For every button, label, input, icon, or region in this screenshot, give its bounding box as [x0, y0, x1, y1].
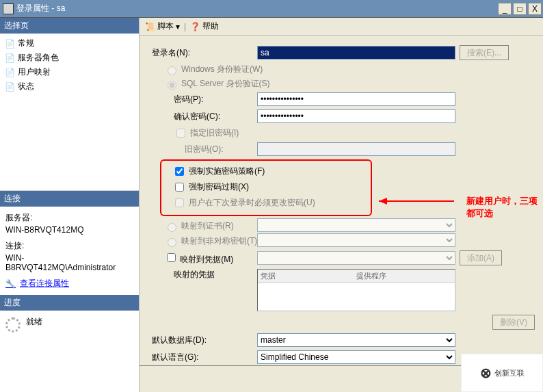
page-label: 服务器角色 — [18, 52, 59, 64]
windows-auth-radio — [168, 66, 176, 75]
page-general[interactable]: 📄 常规 — [0, 36, 139, 51]
sidebar: 选择页 📄 常规 📄 服务器角色 📄 用户映射 📄 状态 连接 服务器: WIN… — [0, 18, 140, 392]
map-cert-select — [257, 218, 455, 232]
windows-auth-label: Windows 身份验证(W) — [181, 64, 263, 75]
page-icon: 📄 — [4, 67, 15, 78]
old-password-label: 旧密码(O): — [152, 144, 254, 155]
remove-button: 删除(V) — [492, 315, 535, 330]
default-lang-select[interactable]: Simplified Chinese — [257, 350, 455, 364]
default-db-select[interactable]: master — [257, 333, 455, 347]
server-label: 服务器: — [5, 212, 133, 224]
progress-header: 进度 — [0, 295, 139, 311]
page-list: 📄 常规 📄 服务器角色 📄 用户映射 📄 状态 — [0, 34, 139, 191]
status-text: 就绪 — [26, 316, 42, 328]
separator: | — [184, 22, 186, 31]
help-button[interactable]: ❓ 帮助 — [190, 21, 219, 32]
page-icon: 📄 — [4, 38, 15, 49]
script-label: 脚本 — [157, 21, 174, 32]
form: 登录名(N): 搜索(E)... Windows 身份验证(W) SQL Ser… — [140, 36, 543, 365]
col-credential: 凭据 — [261, 271, 356, 281]
password-input[interactable] — [257, 92, 455, 106]
map-cred-select — [257, 251, 455, 265]
server-value: WIN-B8RVQT412MQ — [5, 225, 133, 235]
app-icon — [3, 3, 14, 14]
conn-label: 连接: — [5, 240, 133, 252]
sql-auth-label: SQL Server 身份验证(S) — [181, 78, 270, 90]
map-asym-select — [257, 233, 455, 247]
map-asym-radio — [168, 238, 176, 247]
maximize-button[interactable]: □ — [513, 3, 527, 15]
map-cred-label: 映射到凭据(M) — [180, 254, 233, 264]
page-server-roles[interactable]: 📄 服务器角色 — [0, 51, 139, 65]
page-label: 常规 — [18, 38, 34, 49]
page-label: 用户映射 — [18, 66, 51, 78]
specify-old-check — [176, 129, 185, 138]
script-icon: 📜 — [145, 22, 155, 31]
map-asym-label: 映射到非对称密钥(T) — [181, 235, 257, 247]
login-name-input[interactable] — [257, 46, 455, 60]
titlebar: 登录属性 - sa _ □ X — [0, 0, 543, 18]
main-panel: 📜 脚本 ▾ | ❓ 帮助 登录名(N): 搜索(E)... Windows 身… — [140, 18, 543, 392]
map-cert-radio — [168, 223, 176, 232]
link-label: 查看连接属性 — [20, 278, 69, 289]
spinner-icon — [5, 317, 21, 332]
progress-status: 就绪 — [0, 311, 139, 392]
search-button[interactable]: 搜索(E)... — [460, 45, 509, 60]
enforce-policy-label: 强制实施密码策略(F) — [189, 166, 265, 177]
view-conn-props-link[interactable]: 🔧 查看连接属性 — [5, 278, 133, 289]
default-db-label: 默认数据库(D): — [152, 335, 254, 346]
annotation-text: 新建用户时，三项都可选 — [466, 195, 543, 220]
annotation-arrow — [372, 194, 461, 208]
help-label: 帮助 — [202, 21, 219, 32]
page-status[interactable]: 📄 状态 — [0, 79, 139, 94]
select-page-header: 选择页 — [0, 18, 139, 34]
specify-old-label: 指定旧密码(I) — [190, 127, 239, 139]
confirm-password-label: 确认密码(C): — [152, 111, 254, 122]
svg-marker-1 — [379, 198, 387, 205]
enforce-policy-check[interactable] — [175, 167, 184, 176]
old-password-input — [257, 142, 455, 156]
default-lang-label: 默认语言(G): — [152, 352, 254, 363]
toolbar: 📜 脚本 ▾ | ❓ 帮助 — [140, 18, 543, 36]
chevron-down-icon: ▾ — [176, 22, 180, 31]
minimize-button[interactable]: _ — [498, 3, 512, 15]
link-icon: 🔧 — [5, 279, 16, 289]
login-name-label: 登录名(N): — [152, 47, 254, 59]
script-dropdown[interactable]: 📜 脚本 ▾ — [145, 21, 180, 32]
confirm-password-input[interactable] — [257, 109, 455, 123]
page-icon: 📄 — [4, 81, 15, 92]
must-change-check — [175, 198, 184, 207]
page-icon: 📄 — [4, 53, 15, 64]
must-change-label: 用户在下次登录时必须更改密码(U) — [189, 197, 315, 209]
connection-header: 连接 — [0, 191, 139, 207]
page-user-mapping[interactable]: 📄 用户映射 — [0, 65, 139, 79]
close-button[interactable]: X — [528, 3, 542, 15]
enforce-expire-check[interactable] — [175, 183, 184, 192]
map-cred-check[interactable] — [167, 253, 176, 262]
sql-auth-radio — [168, 81, 176, 90]
col-provider: 提供程序 — [356, 271, 452, 281]
page-label: 状态 — [18, 81, 34, 92]
window-controls: _ □ X — [498, 3, 542, 15]
annotation-box: 强制实施密码策略(F) 强制密码过期(X) 用户在下次登录时必须更改密码(U) — [160, 159, 372, 216]
mapped-creds-label: 映射的凭据 — [152, 269, 254, 280]
connection-info: 服务器: WIN-B8RVQT412MQ 连接: WIN-B8RVQT412MQ… — [0, 207, 139, 295]
conn-value: WIN-B8RVQT412MQ\Administrator — [5, 253, 133, 272]
enforce-expire-label: 强制密码过期(X) — [189, 181, 249, 193]
window-title: 登录属性 - sa — [16, 3, 498, 14]
password-label: 密码(P): — [152, 94, 254, 105]
help-icon: ❓ — [190, 22, 200, 31]
map-cert-label: 映射到证书(R) — [181, 220, 234, 232]
watermark-logo: ⊗ 创新互联 — [461, 354, 543, 392]
add-button: 添加(A) — [460, 250, 502, 265]
mapped-creds-list[interactable]: 凭据 提供程序 — [257, 269, 455, 311]
